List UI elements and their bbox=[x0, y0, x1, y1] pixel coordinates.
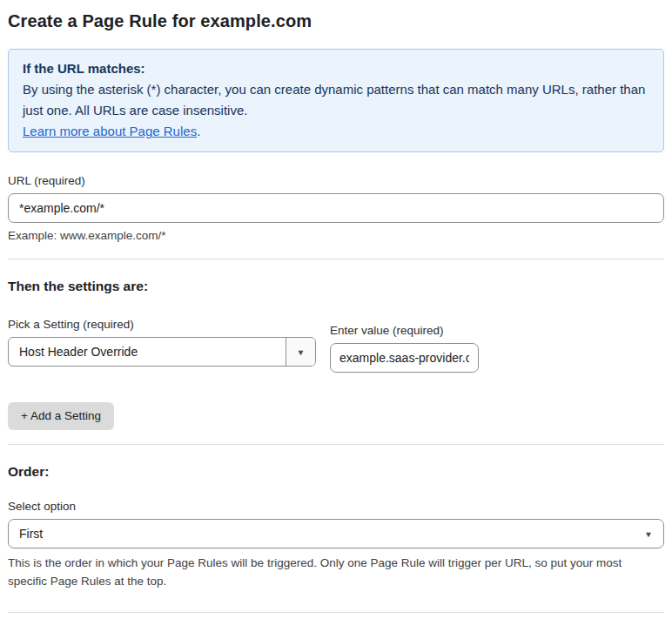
enter-value-column: Enter value (required) bbox=[330, 322, 479, 373]
order-help-text: This is the order in which your Page Rul… bbox=[8, 554, 659, 590]
footer-divider bbox=[8, 612, 664, 613]
pick-setting-dropdown-button[interactable]: ▼ bbox=[286, 338, 315, 366]
settings-heading: Then the settings are: bbox=[8, 279, 664, 294]
section-divider bbox=[8, 444, 664, 445]
order-select-label: Select option bbox=[8, 500, 664, 514]
url-input[interactable] bbox=[8, 193, 664, 223]
order-select[interactable]: First ▼ bbox=[8, 519, 664, 548]
link-suffix-period: . bbox=[197, 124, 200, 138]
create-page-rule-form: Create a Page Rule for example.com If th… bbox=[0, 0, 672, 619]
setting-value-input[interactable] bbox=[330, 343, 479, 373]
order-heading: Order: bbox=[8, 464, 664, 480]
pick-setting-selected-value: Host Header Override bbox=[9, 338, 286, 366]
learn-more-link[interactable]: Learn more about Page Rules bbox=[23, 124, 197, 138]
enter-value-label: Enter value (required) bbox=[330, 324, 444, 337]
url-match-info-box: If the URL matches: By using the asteris… bbox=[8, 49, 664, 152]
order-selected-value: First bbox=[19, 527, 644, 541]
pick-setting-label: Pick a Setting (required) bbox=[8, 318, 134, 331]
url-section: URL (required) Example: www.example.com/… bbox=[8, 172, 664, 243]
section-divider bbox=[8, 259, 664, 259]
url-example-text: Example: www.example.com/* bbox=[8, 229, 664, 243]
page-title: Create a Page Rule for example.com bbox=[8, 9, 664, 33]
pick-setting-dropdown[interactable]: Host Header Override ▼ bbox=[8, 337, 316, 367]
pick-setting-column: Pick a Setting (required) Host Header Ov… bbox=[8, 316, 316, 367]
add-setting-button[interactable]: + Add a Setting bbox=[8, 402, 114, 430]
url-label: URL (required) bbox=[8, 174, 85, 187]
info-box-heading: If the URL matches: bbox=[23, 58, 649, 79]
info-box-body: By using the asterisk (*) character, you… bbox=[23, 79, 649, 121]
chevron-down-icon: ▼ bbox=[297, 347, 306, 356]
chevron-down-icon: ▼ bbox=[644, 529, 653, 538]
info-box-link-line: Learn more about Page Rules. bbox=[23, 121, 649, 142]
setting-row: Pick a Setting (required) Host Header Ov… bbox=[8, 316, 664, 373]
